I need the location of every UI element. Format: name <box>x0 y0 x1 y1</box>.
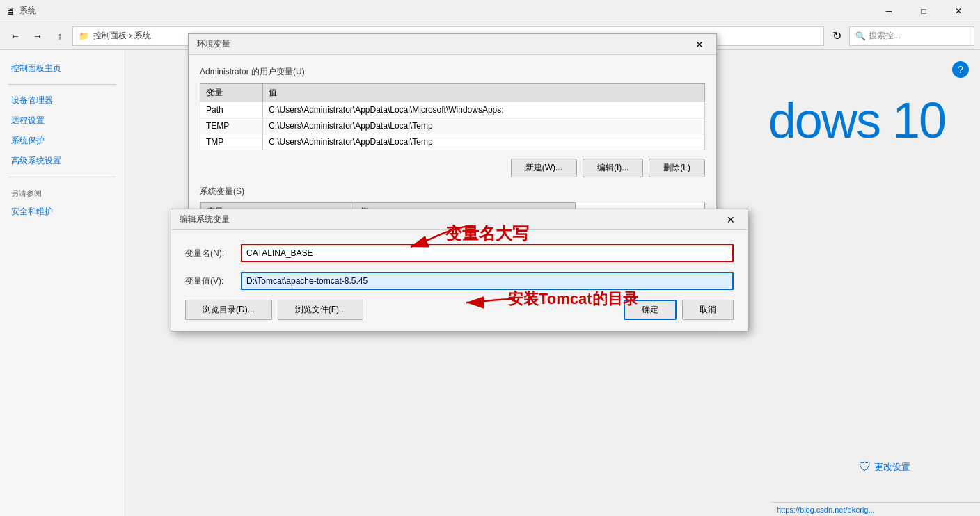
edit-close-button[interactable]: ✕ <box>722 211 739 228</box>
env-dialog-title: 环境变量 <box>197 38 691 50</box>
user-vars-title: Administrator 的用户变量(U) <box>200 66 705 78</box>
help-button[interactable]: ? <box>952 61 969 78</box>
user-btn-row: 新建(W)... 编辑(I)... 删除(L) <box>200 159 705 177</box>
env-title-bar: 环境变量 ✕ <box>189 34 716 55</box>
edit-content: 变量名(N): 变量值(V): 浏览目录(D)... 浏览文件(F)... 确定… <box>171 230 748 331</box>
var-value-row: 变量值(V): <box>185 272 734 290</box>
search-icon: 🔍 <box>855 31 866 41</box>
var-name-input[interactable] <box>241 244 734 262</box>
user-vars-table: 变量 值 Path C:\Users\Administrator\AppData… <box>200 83 705 150</box>
edit-dialog: 编辑系统变量 ✕ 变量名(N): 变量值(V): 浏览目录(D)... 浏览文件… <box>171 209 748 332</box>
edit-title-bar: 编辑系统变量 ✕ <box>171 209 748 230</box>
var-name-row: 变量名(N): <box>185 244 734 262</box>
window-title: 系统 <box>19 5 36 17</box>
close-button[interactable]: ✕ <box>942 1 974 22</box>
user-delete-button[interactable]: 删除(L) <box>649 159 705 177</box>
refresh-button[interactable]: ↻ <box>827 26 846 46</box>
maximize-button[interactable]: □ <box>908 1 940 22</box>
windows10-text: dows 10 <box>768 92 945 148</box>
user-new-button[interactable]: 新建(W)... <box>511 159 577 177</box>
up-button[interactable]: ↑ <box>50 26 70 46</box>
minimize-button[interactable]: ─ <box>873 1 905 22</box>
search-box[interactable]: 🔍 搜索控... <box>849 26 974 46</box>
sidebar-item-remote[interactable]: 远程设置 <box>0 111 125 131</box>
var-name: TMP <box>200 134 263 150</box>
table-row[interactable]: Path C:\Users\Administrator\AppData\Loca… <box>200 102 705 118</box>
title-bar: 🖥 系统 ─ □ ✕ <box>0 0 980 22</box>
shield-icon: 🛡 <box>859 460 871 474</box>
window-icon: 🖥 <box>6 6 15 17</box>
sidebar-item-protection[interactable]: 系统保护 <box>0 131 125 151</box>
sidebar-divider <box>8 84 116 85</box>
table-row[interactable]: TEMP C:\Users\Administrator\AppData\Loca… <box>200 118 705 134</box>
sidebar-divider-2 <box>8 177 116 177</box>
table-row[interactable]: TMP C:\Users\Administrator\AppData\Local… <box>200 134 705 150</box>
val-col-header: 值 <box>263 84 705 102</box>
var-name: TEMP <box>200 118 263 134</box>
windows10-display: dows 10 <box>768 92 945 149</box>
url-text: https://blog.csdn.net/okerig... <box>777 506 875 514</box>
var-value-input[interactable] <box>241 272 734 290</box>
search-placeholder: 搜索控... <box>869 30 901 42</box>
var-name: Path <box>200 102 263 118</box>
var-col-header: 变量 <box>200 84 263 102</box>
url-bar: https://blog.csdn.net/okerig... <box>771 502 980 516</box>
browse-file-button[interactable]: 浏览文件(F)... <box>278 300 363 320</box>
confirm-button[interactable]: 确定 <box>624 300 677 320</box>
sidebar: 控制面板主页 设备管理器 远程设置 系统保护 高级系统设置 另请参阅 安全和维护 <box>0 50 125 516</box>
sidebar-item-advanced[interactable]: 高级系统设置 <box>0 151 125 171</box>
sys-vars-title: 系统变量(S) <box>200 186 705 197</box>
env-close-button[interactable]: ✕ <box>691 36 708 53</box>
var-value: C:\Users\Administrator\AppData\Local\Tem… <box>263 118 705 134</box>
sidebar-item-security[interactable]: 安全和维护 <box>0 202 125 222</box>
title-bar-controls: ─ □ ✕ <box>873 1 974 22</box>
cancel-button[interactable]: 取消 <box>682 300 734 320</box>
var-value-label: 变量值(V): <box>185 275 241 287</box>
browse-dir-button[interactable]: 浏览目录(D)... <box>185 300 272 320</box>
forward-button[interactable]: → <box>28 26 47 46</box>
var-value: C:\Users\Administrator\AppData\Local\Mic… <box>263 102 705 118</box>
address-icon: 📁 <box>79 31 89 41</box>
edit-dialog-title: 编辑系统变量 <box>180 213 722 225</box>
var-name-label: 变量名(N): <box>185 248 241 259</box>
sidebar-item-device-manager[interactable]: 设备管理器 <box>0 90 125 111</box>
settings-text: 更改设置 <box>874 461 910 474</box>
more-settings[interactable]: 🛡 更改设置 <box>859 460 910 474</box>
back-button[interactable]: ← <box>6 26 25 46</box>
var-value: C:\Users\Administrator\AppData\Local\Tem… <box>263 134 705 150</box>
edit-btn-row: 浏览目录(D)... 浏览文件(F)... 确定 取消 <box>185 300 734 320</box>
sidebar-item-home[interactable]: 控制面板主页 <box>0 58 125 79</box>
user-edit-button[interactable]: 编辑(I)... <box>583 159 643 177</box>
also-see-label: 另请参阅 <box>0 183 125 202</box>
